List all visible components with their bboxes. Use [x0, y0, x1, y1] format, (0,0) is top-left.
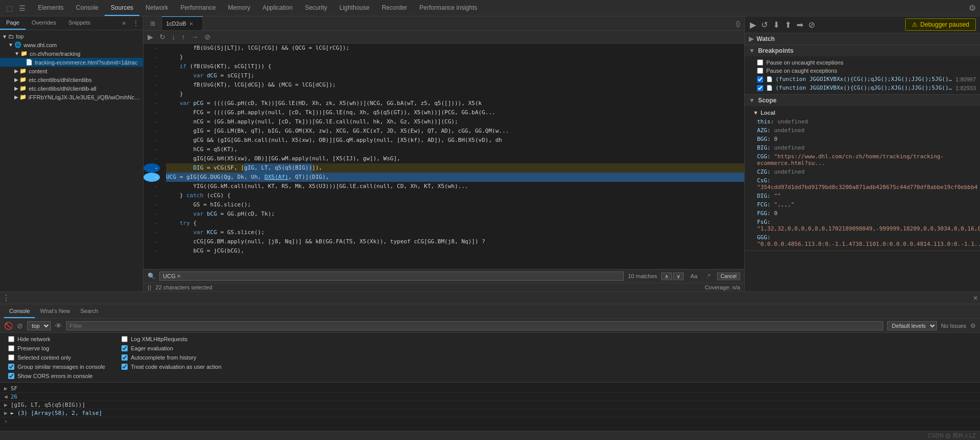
close-bottom-panel-icon[interactable]: ✕ [973, 295, 978, 302]
settings-hide-network: Hide network [8, 336, 105, 342]
tree-arrow: ▶ [14, 77, 18, 82]
tab-whats-new[interactable]: What's New [35, 304, 75, 318]
levels-select[interactable]: Default levels [887, 321, 937, 330]
device-toolbar-icon[interactable]: ☰ [17, 3, 28, 13]
tab-elements[interactable]: Elements [32, 0, 70, 16]
eager-eval-checkbox[interactable] [121, 345, 128, 351]
tab-recorder[interactable]: Recorder [376, 0, 413, 16]
cancel-search-btn[interactable]: Cancel [717, 273, 740, 280]
expand-label[interactable]: ► (3) [Array(58), 2, false] [11, 410, 103, 416]
hide-network-checkbox[interactable] [8, 336, 14, 342]
filter-icon[interactable]: ⊘ [17, 322, 23, 330]
selected-context-checkbox[interactable] [8, 354, 14, 361]
collapse-icon[interactable]: ◀ [4, 393, 8, 400]
tree-item-dhl[interactable]: ▼ 🌐 www.dhl.com [0, 40, 143, 49]
tab-page[interactable]: Page [0, 16, 26, 30]
tab-performance[interactable]: Performance [174, 0, 222, 16]
tree-item-file[interactable]: ▶ 📄 tracking-ecommerce.html?submit=1&tra… [0, 58, 143, 67]
tab-network[interactable]: Network [139, 0, 174, 16]
tab-sources[interactable]: Sources [105, 0, 139, 16]
step-into-btn[interactable]: ⬇ [772, 19, 781, 31]
regex-toggle[interactable]: .* [704, 271, 713, 281]
search-prev-btn[interactable]: ∧ [661, 273, 672, 280]
tab-security[interactable]: Security [299, 0, 333, 16]
tab-console-bottom[interactable]: Console [4, 304, 35, 318]
breakpoint-2-checkbox[interactable] [757, 85, 763, 91]
tree-item-tracking[interactable]: ▼ 📁 cn-zh/home/tracking [0, 49, 143, 58]
cors-errors-checkbox[interactable] [8, 373, 14, 379]
panel-options-icon[interactable]: ⋮ [129, 16, 143, 30]
code-line: var KCG = GS.slice(); [166, 228, 744, 237]
code-container[interactable]: - - - - - - - - - - - - - - - - - [144, 44, 744, 269]
tree-item-clientlib-all[interactable]: ▶ 📁 etc.clientlibs/dhl/clientlib-all [0, 84, 143, 93]
deactivate-breakpoints-icon[interactable]: ⊘ [202, 32, 213, 42]
expand-icon[interactable]: ▶ [4, 410, 8, 416]
tab-snippets[interactable]: Snippets [62, 16, 96, 30]
step-btn[interactable]: ➡ [795, 19, 804, 31]
step-icon[interactable]: → [189, 32, 200, 42]
tab-performance-insights[interactable]: Performance insights [413, 0, 483, 16]
expand-icon[interactable]: ▶ [4, 385, 8, 392]
breakpoint-1-checkbox[interactable] [757, 76, 763, 82]
tab-console[interactable]: Console [70, 0, 105, 16]
more-tabs-icon[interactable]: » [119, 16, 129, 30]
step-over-icon[interactable]: ↻ [157, 32, 168, 42]
editor-tab-active[interactable]: 1cD2oB ✕ [162, 16, 203, 30]
step-over-btn[interactable]: ↺ [760, 19, 769, 31]
log-xhr-checkbox[interactable] [121, 336, 128, 342]
settings-icon[interactable]: ⚙ [965, 3, 980, 13]
console-settings-icon[interactable]: ⚙ [970, 322, 976, 329]
tab-overrides[interactable]: Overrides [26, 16, 63, 30]
scope-key: BGG: [757, 136, 774, 142]
tab-application[interactable]: Application [256, 0, 299, 16]
tree-item-misc[interactable]: ▶ 📁 iFFRbYNL/qjJX-3L/e3UE6_i/QB/wiOmhNcD… [0, 93, 143, 101]
tree-item-top[interactable]: ▼ 🗀 top [0, 32, 143, 40]
editor-tab-close-icon[interactable]: ✕ [189, 21, 193, 27]
resume-icon[interactable]: ▶ [146, 32, 155, 42]
watch-header[interactable]: ▶ Watch [745, 33, 980, 45]
scope-header[interactable]: ▼ Scope [745, 95, 980, 106]
tree-item-content[interactable]: ▶ 📁 content [0, 67, 143, 75]
pause-uncaught-checkbox[interactable] [757, 59, 763, 66]
eye-icon[interactable]: 👁 [55, 322, 62, 330]
folder-icon: 📁 [19, 76, 27, 83]
step-into-icon[interactable]: ↓ [170, 32, 177, 42]
console-filter-input[interactable] [66, 321, 883, 330]
expand-icon[interactable]: ▶ [4, 402, 8, 408]
scope-value: "0.0.0.0.4856.113.0:0.-1.1.4738.1101.0:0… [757, 241, 980, 247]
code-line: try { [166, 219, 744, 228]
group-similar-checkbox[interactable] [8, 364, 14, 370]
local-scope-header[interactable]: ▼ Local [745, 108, 980, 117]
top-toolbar: ⬚ ☰ Elements Console Sources Network Per… [0, 0, 980, 16]
tree-item-clientlibs[interactable]: ▶ 📁 etc.clientlibs/dhl/clientlibs [0, 75, 143, 84]
code-line: fB(UsG(KT), lCG[dCG]) && (MCG = lCG[dCG]… [166, 80, 744, 90]
autocomplete-checkbox[interactable] [121, 354, 128, 361]
step-out-btn[interactable]: ⬆ [784, 19, 792, 31]
context-select[interactable]: top [27, 321, 51, 330]
breakpoint-item-2: 📄 (function JGGOIKVBXx(){CG();qJG();XJG(… [745, 83, 980, 92]
deactivate-btn[interactable]: ⊘ [807, 19, 816, 31]
search-input[interactable] [159, 271, 624, 281]
breakpoints-header[interactable]: ▼ Breakpoints [745, 45, 980, 56]
format-icon[interactable]: {} [736, 20, 740, 27]
step-out-icon[interactable]: ↑ [179, 32, 187, 42]
no-issues-btn[interactable]: No Issues [941, 323, 966, 329]
tab-memory[interactable]: Memory [222, 0, 256, 16]
panel-options-icon[interactable]: ⋮ [2, 293, 10, 303]
console-prompt[interactable]: › [0, 417, 980, 428]
match-case-toggle[interactable]: Aa [688, 271, 700, 281]
resume-btn[interactable]: ▶ [749, 19, 757, 31]
tab-lighthouse[interactable]: Lighthouse [333, 0, 376, 16]
tab-search[interactable]: Search [75, 304, 104, 318]
search-next-btn[interactable]: ∨ [673, 273, 684, 280]
clear-console-icon[interactable]: 🚫 [4, 322, 13, 330]
treat-eval-checkbox[interactable] [121, 364, 128, 370]
pause-uncaught-label: Pause on uncaught exceptions [766, 59, 843, 66]
inspect-icon[interactable]: ⬚ [4, 3, 15, 13]
settings-treat-eval: Treat code evaluation as user action [121, 364, 221, 370]
pause-caught-checkbox[interactable] [757, 68, 763, 74]
scope-arrow-icon: ▼ [749, 97, 755, 104]
breakpoint-2-line: 1:82933 [955, 85, 976, 91]
tree-label: iFFRbYNL/qjJX-3L/e3UE6_i/QB/wiOmhNcDpl [29, 94, 141, 100]
preserve-log-checkbox[interactable] [8, 345, 14, 351]
